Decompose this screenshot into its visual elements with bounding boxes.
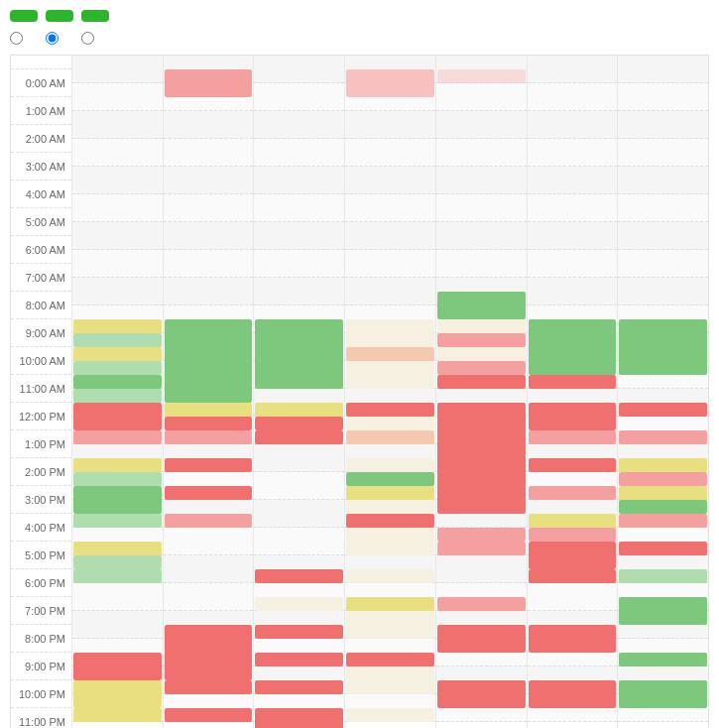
day-thu <box>436 56 528 728</box>
time-2pm: 2:00 PM <box>11 458 71 486</box>
day-wed <box>345 56 436 728</box>
day-sat <box>618 56 708 728</box>
30min-radio[interactable] <box>46 32 59 45</box>
top-navigation <box>10 10 709 22</box>
time-7pm: 7:00 PM <box>11 597 71 625</box>
time-2am: 2:00 AM <box>11 125 71 153</box>
time-3am: 3:00 AM <box>11 153 71 181</box>
time-7am: 7:00 AM <box>11 264 71 292</box>
1hour-option[interactable] <box>81 32 99 45</box>
time-11am: 11:00 AM <box>11 375 71 403</box>
timers-button[interactable] <box>46 10 73 22</box>
time-8am: 8:00 AM <box>11 292 71 319</box>
time-labels-column: 0:00 AM 1:00 AM 2:00 AM 3:00 AM 4:00 AM … <box>11 56 72 728</box>
block-size-options <box>10 32 709 45</box>
deep-focus-button[interactable] <box>10 10 38 22</box>
time-9am: 9:00 AM <box>11 319 71 347</box>
time-6am: 6:00 AM <box>11 236 71 264</box>
1hour-radio[interactable] <box>81 32 94 45</box>
day-tue <box>254 56 345 728</box>
day-sun <box>72 56 164 728</box>
time-10pm: 10:00 PM <box>11 680 71 708</box>
time-0am: 0:00 AM <box>11 69 71 97</box>
day-mon <box>164 56 255 728</box>
day-fri <box>528 56 619 728</box>
time-8pm: 8:00 PM <box>11 625 71 653</box>
time-1am: 1:00 AM <box>11 97 71 125</box>
time-4am: 4:00 AM <box>11 181 71 208</box>
time-3pm: 3:00 PM <box>11 486 71 514</box>
distracting-checks-button[interactable] <box>81 10 109 22</box>
days-grid <box>72 56 708 728</box>
time-6pm: 6:00 PM <box>11 569 71 597</box>
time-11pm: 11:00 PM <box>11 708 71 728</box>
heatmap-chart: 0:00 AM 1:00 AM 2:00 AM 3:00 AM 4:00 AM … <box>10 55 709 728</box>
time-12pm: 12:00 PM <box>11 403 71 430</box>
time-4pm: 4:00 PM <box>11 514 71 542</box>
time-5am: 5:00 AM <box>11 208 71 236</box>
30min-option[interactable] <box>46 32 63 45</box>
time-5pm: 5:00 PM <box>11 542 71 569</box>
5min-option[interactable] <box>10 32 28 45</box>
5min-radio[interactable] <box>10 32 23 45</box>
time-1pm: 1:00 PM <box>11 430 71 458</box>
time-9pm: 9:00 PM <box>11 653 71 680</box>
time-10am: 10:00 AM <box>11 347 71 375</box>
